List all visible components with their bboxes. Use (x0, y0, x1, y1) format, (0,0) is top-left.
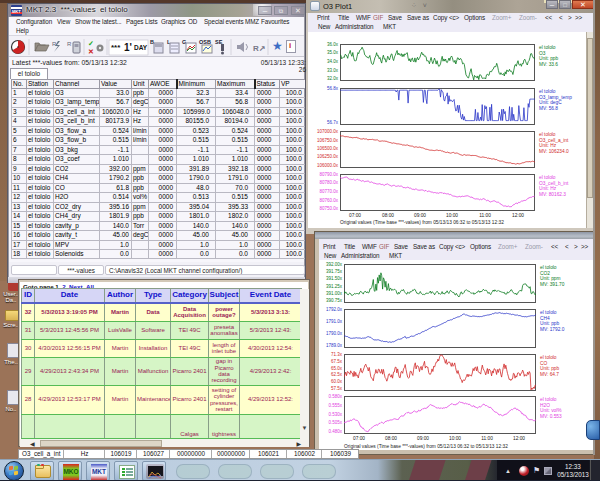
svg-text:R↗: R↗ (253, 44, 265, 53)
svg-text:✓: ✓ (88, 40, 94, 47)
svg-text:DAY: DAY (134, 44, 148, 51)
svg-text:1': 1' (124, 42, 132, 53)
svg-text:✕: ✕ (88, 48, 94, 55)
svg-text:OSB: OSB (199, 39, 211, 45)
svg-text:***: *** (111, 43, 121, 52)
svg-text:B: B (150, 39, 154, 45)
svg-text:R: R (67, 41, 72, 47)
